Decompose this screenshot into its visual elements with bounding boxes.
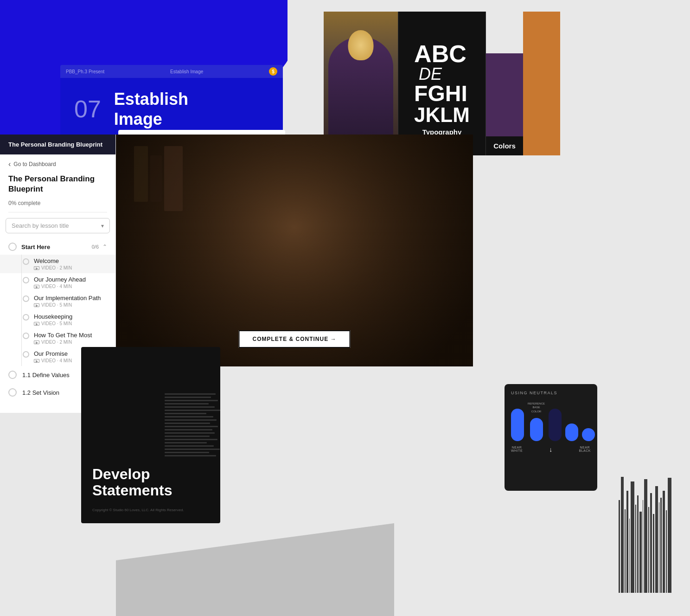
- barcode-bar-17: [660, 498, 662, 593]
- branding-panel: Photo ABC DE FGHI JKLM Typography (Fonts…: [324, 12, 560, 155]
- lesson-type-welcome: VIDEO · 2 MIN: [41, 265, 72, 270]
- video-icon-welcome: [34, 266, 39, 270]
- neutral-col-ref: REFERENCEBASE COLOR: [528, 402, 545, 441]
- neutral-near-white-label: NEARWHITE: [511, 446, 523, 452]
- slide-topbar-left: PBB_Ph.3 Present: [66, 69, 104, 74]
- sub-lesson-circle-1: [8, 371, 17, 379]
- lesson-title-welcome: Welcome: [34, 257, 72, 264]
- progress-text: 0% complete: [0, 198, 115, 212]
- lesson-item-journey[interactable]: Our Journey Ahead VIDEO · 4 MIN: [0, 273, 115, 292]
- lesson-meta-welcome: VIDEO · 2 MIN: [34, 265, 72, 270]
- video-icon-housekeeping: [34, 322, 39, 326]
- section-start-here[interactable]: Start Here 0/6 ⌃: [0, 239, 115, 255]
- lesson-circle-promise: [23, 351, 29, 358]
- lesson-title-promise: Our Promise: [34, 350, 72, 357]
- barcode-bar-8: [637, 495, 639, 593]
- brand-color-white: [486, 12, 523, 53]
- video-icon-most: [34, 340, 39, 344]
- barcode-bar-11: [644, 479, 647, 593]
- sidebar-course-title: The Personal Branding Blueprint: [0, 174, 115, 198]
- search-chevron-icon: ▾: [101, 223, 104, 229]
- complete-continue-button[interactable]: COMPLETE & CONTINUE →: [238, 330, 350, 348]
- lesson-item-housekeeping[interactable]: Housekeeping VIDEO · 5 MIN: [0, 310, 115, 329]
- barcode-bar-5: [629, 519, 630, 593]
- neutral-pill-blue-xs: [582, 428, 595, 441]
- lesson-title-housekeeping: Housekeeping: [34, 313, 72, 320]
- lesson-circle-most: [23, 333, 29, 339]
- neutrals-bottom: NEARWHITE ↓ NEARBLACK: [511, 446, 591, 453]
- lesson-item-welcome[interactable]: Welcome VIDEO · 2 MIN: [0, 255, 115, 273]
- barcode-bar-20: [668, 478, 671, 593]
- barcode-decoration: [619, 477, 671, 593]
- develop-title-line2: Statements: [92, 482, 172, 499]
- neutrals-color-grid: REFERENCEBASE COLOR: [511, 402, 591, 441]
- lesson-connector-line: [21, 255, 22, 366]
- back-to-dashboard-link[interactable]: Go to Dashboard: [0, 154, 115, 174]
- brand-colors-section: Colors: [486, 12, 523, 155]
- slide-number: 07: [74, 95, 101, 123]
- slide-title-line1: Establish Image: [114, 89, 188, 129]
- lesson-title-journey: Our Journey Ahead: [34, 276, 86, 283]
- lesson-item-most[interactable]: How To Get The Most VIDEO · 2 MIN: [0, 329, 115, 347]
- sub-lesson-title-2: 1.2 Set Vision: [22, 389, 59, 396]
- lesson-circle-implementation: [23, 295, 29, 302]
- slide-topbar-center: Establish Image: [170, 69, 203, 74]
- neutral-col-1: [511, 409, 524, 441]
- search-placeholder: Search by lesson title: [12, 222, 69, 229]
- slide-title: Establish Image: [114, 89, 188, 129]
- gray-decorative-shape: [116, 523, 394, 616]
- video-icon-implementation: [34, 303, 39, 307]
- lesson-type-implementation: VIDEO · 5 MIN: [41, 302, 72, 308]
- barcode-bar-10: [643, 500, 643, 593]
- neutral-down-arrow: ↓: [549, 446, 552, 453]
- lesson-circle-housekeeping: [23, 314, 29, 321]
- barcode-bar-12: [648, 507, 649, 593]
- barcode-bar-9: [639, 512, 642, 593]
- sidebar-header-title: The Personal Branding Blueprint: [8, 141, 102, 148]
- sub-lesson-circle-2: [8, 388, 17, 397]
- lesson-meta-promise: VIDEO · 4 MIN: [34, 358, 72, 363]
- barcode-bar-19: [666, 510, 667, 593]
- barcode-bar-16: [659, 502, 659, 593]
- brand-jklm-text: JKLM: [414, 105, 470, 125]
- barcode-bar-14: [653, 514, 654, 593]
- lesson-type-most: VIDEO · 2 MIN: [41, 340, 72, 345]
- lesson-circle-welcome: [23, 258, 29, 265]
- sub-lesson-title-1: 1.1 Define Values: [22, 372, 70, 379]
- section-circle-icon: [8, 243, 17, 251]
- lesson-title-most: How To Get The Most: [34, 332, 92, 339]
- brand-color-purple: [486, 53, 523, 136]
- main-video-player[interactable]: COMPLETE & CONTINUE →: [116, 135, 473, 366]
- neutral-pill-blue-sm: [565, 424, 578, 441]
- lesson-meta-housekeeping: VIDEO · 5 MIN: [34, 321, 72, 326]
- section-chevron-icon: ⌃: [102, 244, 107, 250]
- develop-title-line1: Develop: [92, 466, 150, 482]
- lesson-item-implementation[interactable]: Our Implementation Path VIDEO · 5 MIN: [0, 292, 115, 310]
- lesson-search-box[interactable]: Search by lesson title ▾: [6, 218, 110, 233]
- brand-color-orange: [523, 12, 560, 155]
- slide-coin-icon: $: [269, 67, 277, 76]
- back-link-label: Go to Dashboard: [13, 161, 56, 167]
- brand-abc-text: ABC: [414, 42, 466, 66]
- brand-de-text: DE: [419, 66, 442, 83]
- section-title: Start Here: [21, 244, 92, 250]
- lesson-meta-journey: VIDEO · 4 MIN: [34, 284, 86, 289]
- neutral-pill-dark-tall: [549, 409, 562, 441]
- lesson-meta-most: VIDEO · 2 MIN: [34, 340, 92, 345]
- lesson-info-welcome: Welcome VIDEO · 2 MIN: [34, 257, 72, 270]
- develop-copyright: Copyright © Studio 60 Loves, LLC. All Ri…: [92, 508, 209, 512]
- brand-colors-label: Colors: [486, 136, 523, 155]
- lesson-info-journey: Our Journey Ahead VIDEO · 4 MIN: [34, 276, 86, 289]
- neutral-col-3: [549, 409, 562, 441]
- neutral-pill-blue-ref: [530, 418, 543, 441]
- barcode-bar-6: [631, 481, 634, 593]
- barcode-bar-1: [619, 500, 620, 593]
- lesson-info-promise: Our Promise VIDEO · 4 MIN: [34, 350, 72, 363]
- brand-typography-section: ABC DE FGHI JKLM Typography (Fonts): [398, 12, 486, 155]
- neutral-col-5: [582, 428, 595, 441]
- sidebar-header: The Personal Branding Blueprint: [0, 135, 115, 154]
- neutral-ref-label: REFERENCEBASE COLOR: [528, 402, 545, 413]
- barcode-bar-3: [625, 509, 626, 593]
- barcode-bar-4: [626, 491, 628, 593]
- brand-photo-section: Photo: [324, 12, 398, 155]
